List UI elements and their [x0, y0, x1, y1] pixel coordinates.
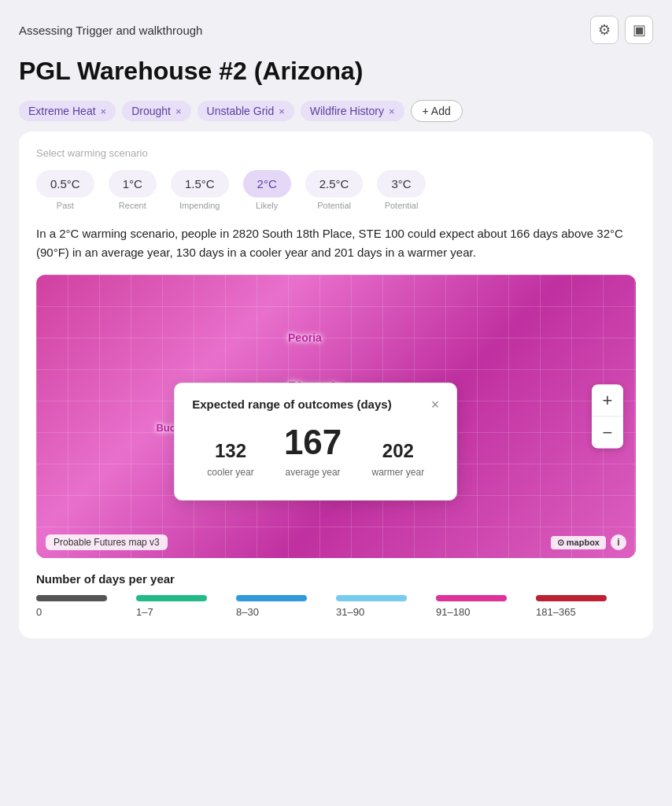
tag-close-unstable-grid[interactable]: ×: [279, 105, 285, 117]
legend-label-2: 8–30: [236, 606, 336, 618]
tag-close-wildfire-history[interactable]: ×: [389, 105, 395, 117]
map-zoom-controls: + −: [592, 385, 623, 449]
legend-label-4: 91–180: [436, 606, 536, 618]
legend-bar-5: [536, 595, 607, 601]
map-popup: Expected range of outcomes (days) × 132 …: [174, 383, 457, 501]
temp-sublabel-0: Past: [57, 201, 74, 210]
temperature-selector: 0.5°C Past 1°C Recent 1.5°C Impending 2°…: [36, 170, 636, 210]
temp-sublabel-2: Impending: [179, 201, 220, 210]
map-container: Peoria Phoenix Buckeye Gilbert Expected …: [36, 275, 636, 558]
tag-label: Unstable Grid: [207, 105, 275, 117]
panel-button[interactable]: ▣: [625, 16, 653, 44]
temp-bubble-1[interactable]: 1°C: [109, 170, 157, 198]
temp-sublabel-1: Recent: [119, 201, 146, 210]
tag-wildfire-history[interactable]: Wildfire History ×: [301, 101, 404, 121]
mapbox-logo: ⊙ mapbox: [551, 536, 606, 549]
mapbox-circle-icon: ⊙: [557, 538, 564, 548]
temp-btn-5[interactable]: 3°C Potential: [377, 170, 425, 210]
temp-bubble-3[interactable]: 2°C: [243, 170, 291, 198]
content-card: Select warming scenario 0.5°C Past 1°C R…: [19, 131, 653, 638]
description-text: In a 2°C warming scenario, people in 282…: [36, 224, 636, 262]
zoom-out-button[interactable]: −: [592, 417, 623, 449]
popup-warmer-year: 202 warmer year: [371, 440, 424, 478]
legend-item-3: [336, 595, 436, 601]
legend-bar-4: [436, 595, 507, 601]
page-title: PGL Warehouse #2 (Arizona): [19, 57, 653, 86]
temp-bubble-5[interactable]: 3°C: [377, 170, 425, 198]
map-footer-attribution: Probable Futures map v3: [46, 534, 168, 550]
temp-btn-4[interactable]: 2.5°C Potential: [305, 170, 364, 210]
temp-bubble-0[interactable]: 0.5°C: [36, 170, 94, 198]
legend-bar-3: [336, 595, 407, 601]
page-container: Assessing Trigger and walkthrough ⚙ ▣ PG…: [0, 0, 672, 806]
legend: Number of days per year: [36, 572, 636, 618]
mapbox-label: mapbox: [567, 538, 600, 547]
subtitle: Assessing Trigger and walkthrough: [19, 24, 202, 37]
legend-labels-row: 0 1–7 8–30 31–90 91–180 181–365: [36, 606, 636, 618]
popup-close-button[interactable]: ×: [431, 397, 440, 412]
legend-item-0: [36, 595, 136, 601]
legend-bar-0: [36, 595, 107, 601]
gear-icon: ⚙: [598, 21, 611, 39]
cooler-number: 132: [215, 440, 246, 462]
temp-sublabel-3: Likely: [256, 201, 278, 210]
legend-bars-row: [36, 595, 636, 601]
temp-btn-0[interactable]: 0.5°C Past: [36, 170, 94, 210]
map-background: Peoria Phoenix Buckeye Gilbert Expected …: [36, 275, 636, 558]
popup-cooler-year: 132 cooler year: [207, 440, 253, 478]
map-info-button[interactable]: i: [611, 534, 626, 550]
tag-unstable-grid[interactable]: Unstable Grid ×: [198, 101, 294, 121]
tag-label: Wildfire History: [310, 105, 384, 117]
tags-row: Extreme Heat × Drought × Unstable Grid ×…: [19, 100, 653, 122]
legend-bar-1: [136, 595, 207, 601]
temp-bubble-4[interactable]: 2.5°C: [305, 170, 364, 198]
legend-label-1: 1–7: [136, 606, 236, 618]
temp-sublabel-4: Potential: [317, 201, 351, 210]
average-number: 167: [284, 423, 342, 462]
temp-bubble-2[interactable]: 1.5°C: [171, 170, 229, 198]
tag-label: Extreme Heat: [28, 105, 96, 117]
legend-item-1: [136, 595, 236, 601]
tag-drought[interactable]: Drought ×: [122, 101, 190, 121]
legend-bar-2: [236, 595, 307, 601]
temp-sublabel-5: Potential: [385, 201, 419, 210]
zoom-in-button[interactable]: +: [592, 385, 623, 416]
tag-close-extreme-heat[interactable]: ×: [101, 105, 107, 117]
legend-label-5: 181–365: [536, 606, 636, 618]
map-footer-right: ⊙ mapbox i: [551, 534, 626, 550]
temp-btn-3[interactable]: 2°C Likely: [243, 170, 291, 210]
legend-item-5: [536, 595, 636, 601]
temp-btn-2[interactable]: 1.5°C Impending: [171, 170, 229, 210]
average-label: average year: [286, 467, 341, 478]
panel-icon: ▣: [633, 21, 646, 39]
legend-title: Number of days per year: [36, 572, 636, 586]
add-tag-button[interactable]: + Add: [411, 100, 463, 122]
settings-button[interactable]: ⚙: [590, 16, 618, 44]
tag-close-drought[interactable]: ×: [175, 105, 182, 117]
tag-extreme-heat[interactable]: Extreme Heat ×: [19, 101, 116, 121]
popup-average-year: 167 average year: [284, 423, 342, 478]
temp-btn-1[interactable]: 1°C Recent: [109, 170, 157, 210]
popup-title: Expected range of outcomes (days): [192, 397, 391, 411]
warmer-label: warmer year: [371, 467, 424, 478]
popup-values: 132 cooler year 167 average year 202 war…: [192, 423, 439, 478]
scenario-label: Select warming scenario: [36, 147, 636, 159]
warmer-number: 202: [382, 440, 414, 462]
legend-label-0: 0: [36, 606, 136, 618]
popup-header: Expected range of outcomes (days) ×: [192, 397, 439, 412]
legend-item-2: [236, 595, 336, 601]
legend-item-4: [436, 595, 536, 601]
top-bar: Assessing Trigger and walkthrough ⚙ ▣: [19, 16, 653, 44]
tag-label: Drought: [131, 105, 171, 117]
cooler-label: cooler year: [207, 467, 253, 478]
map-label-peoria: Peoria: [288, 331, 322, 344]
legend-label-3: 31–90: [336, 606, 436, 618]
top-bar-icons: ⚙ ▣: [590, 16, 653, 44]
